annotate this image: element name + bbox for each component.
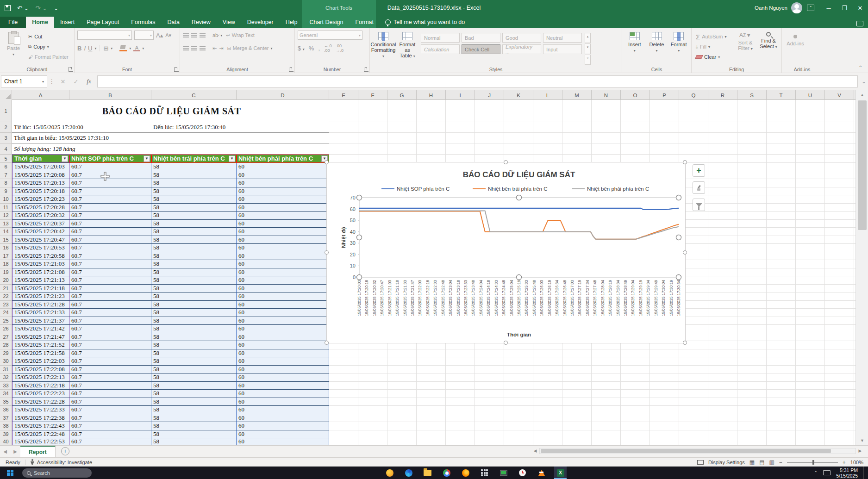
table-cell[interactable]: 60.7 [69,390,151,398]
series-line-1[interactable] [359,208,679,210]
table-row[interactable]: 3315/05/2025 17:22:1860.75860 [0,382,856,390]
table-cell[interactable]: 60 [237,317,329,325]
accounting-format-icon[interactable]: $ ▾ [298,45,305,52]
zoom-in-icon[interactable]: + [843,459,846,466]
row-count-cell[interactable]: Số lượng hàng: 128 hàng [12,143,151,155]
row-number-40[interactable]: 40 [0,438,12,445]
table-cell[interactable]: 60 [237,292,329,301]
number-format-combo[interactable]: General▾ [298,31,362,40]
table-cell[interactable]: 60 [237,406,329,414]
number-dialog-launcher[interactable] [364,67,368,72]
tab-data[interactable]: Data [161,17,185,28]
taskbar-icon-monitor-app[interactable] [497,467,510,479]
table-cell[interactable]: 58 [151,325,237,333]
font-size-combo[interactable]: ▾ [134,31,154,40]
align-top-icon[interactable] [183,33,189,37]
table-header-4[interactable]: Nhiệt bên phải phía trên C▼ [237,155,329,163]
column-header-T[interactable]: T [767,90,796,100]
table-cell[interactable]: 15/05/2025 17:20:23 [12,195,69,204]
table-cell[interactable]: 58 [151,187,237,196]
expand-formula-bar-icon[interactable]: ⌄ [862,78,866,85]
table-cell[interactable]: 60.7 [69,260,151,268]
table-cell[interactable]: 60.7 [69,325,151,333]
chart-selection-handle[interactable] [325,160,329,164]
row-number-33[interactable]: 33 [0,382,12,390]
chart-selection-handle[interactable] [683,341,687,345]
formula-input[interactable] [97,75,858,87]
styles-gallery-up[interactable]: ▴ [585,33,591,43]
table-cell[interactable]: 60.7 [69,341,151,349]
table-cell[interactable]: 15/05/2025 17:20:03 [12,163,69,171]
table-cell[interactable]: 60 [237,357,329,366]
redo-icon[interactable]: ↷ ⌄ [35,5,47,12]
table-cell[interactable]: 15/05/2025 17:20:37 [12,220,69,228]
table-cell[interactable]: 60.7 [69,285,151,293]
taskbar-icon-clock-app[interactable] [516,467,529,479]
table-cell[interactable]: 60 [237,228,329,236]
taskbar-icon-file-explorer[interactable] [421,467,434,479]
show-desktop-button[interactable] [863,467,865,479]
table-cell[interactable]: 58 [151,171,237,180]
to-time-cell[interactable]: Đến lúc: 15/05/2025 17:30:40 [151,122,329,133]
scroll-left-icon[interactable]: ◀ [531,448,539,453]
table-cell[interactable]: 60 [237,236,329,244]
table-cell[interactable]: 58 [151,366,237,374]
increase-indent-icon[interactable]: ⇥ [219,45,223,51]
column-header-O[interactable]: O [621,90,650,100]
table-cell[interactable]: 60 [237,390,329,398]
table-cell[interactable]: 60 [237,195,329,204]
table-cell[interactable]: 15/05/2025 17:22:48 [12,430,69,439]
table-cell[interactable]: 15/05/2025 17:21:03 [12,260,69,268]
table-cell[interactable]: 58 [151,163,237,171]
accessibility-status[interactable]: Accessibility: Investigate [37,460,92,465]
row-number-2[interactable]: 2 [0,122,12,133]
table-cell[interactable]: 60 [237,268,329,277]
table-cell[interactable]: 15/05/2025 17:22:13 [12,373,69,382]
table-cell[interactable]: 58 [151,228,237,236]
table-cell[interactable]: 58 [151,285,237,293]
taskbar-icon-excel[interactable]: X [554,467,567,479]
fill-color-icon[interactable] [119,45,127,51]
vertical-scroll-thumb[interactable] [858,100,867,230]
tell-me-box[interactable]: Tell me what you want to do [380,17,470,28]
empty-cells[interactable] [329,122,856,133]
underline-icon[interactable]: U [88,45,92,52]
insert-cells-button[interactable]: Insert▾ [625,30,644,65]
close-button[interactable]: ✕ [852,0,868,16]
sheet-nav-left-icon[interactable]: ◀ [0,446,10,457]
style-normal[interactable]: Normal [421,33,460,43]
table-cell[interactable]: 15/05/2025 17:22:38 [12,414,69,423]
tab-home[interactable]: Home [26,17,54,28]
tab-review[interactable]: Review [186,17,217,28]
row-number-29[interactable]: 29 [0,349,12,358]
alignment-dialog-launcher[interactable] [289,67,293,72]
table-cell[interactable]: 60.7 [69,244,151,252]
chart-elements-button[interactable]: + [693,164,705,177]
table-cell[interactable]: 60.7 [69,163,151,171]
table-cell[interactable]: 60 [237,341,329,349]
plot-area-handle[interactable] [357,235,362,240]
row-number-35[interactable]: 35 [0,398,12,406]
table-cell[interactable]: 60.7 [69,398,151,406]
table-cell[interactable]: 60.7 [69,204,151,212]
table-cell[interactable]: 15/05/2025 17:21:13 [12,276,69,285]
undo-icon[interactable]: ↶ ⌄ [17,5,29,12]
legend-item[interactable]: Nhiệt bên trái phía trên C [488,186,548,192]
table-cell[interactable]: 58 [151,414,237,423]
table-cell[interactable]: 15/05/2025 17:22:03 [12,357,69,366]
empty-cell[interactable] [151,143,329,155]
percent-style-icon[interactable]: % [309,45,314,52]
filter-dropdown-icon[interactable]: ▼ [144,156,150,162]
table-header-2[interactable]: Nhiệt SOP phía trên C▼ [69,155,151,163]
wrap-text-button[interactable]: ↩Wrap Text [225,31,256,40]
row-number-11[interactable]: 11 [0,204,12,212]
empty-cells[interactable] [329,382,856,390]
table-cell[interactable]: 58 [151,195,237,204]
table-cell[interactable]: 60.7 [69,357,151,366]
table-cell[interactable]: 60.7 [69,220,151,228]
column-header-S[interactable]: S [737,90,767,100]
table-cell[interactable]: 60 [237,309,329,317]
align-middle-icon[interactable] [191,33,197,37]
y-axis-title[interactable]: Nhiệt độ [341,227,347,248]
column-header-A[interactable]: A [12,90,69,100]
